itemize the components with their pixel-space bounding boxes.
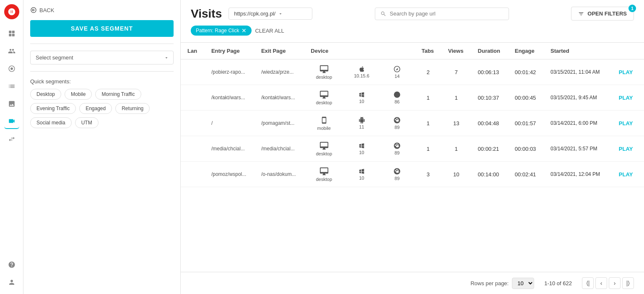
cell-lan-3 [181,136,205,162]
cell-exit-4: /o-nas/dokum... [254,162,304,187]
segment-chip-evening[interactable]: Evening Traffic [30,103,76,114]
table-footer: Rows per page: 10 25 50 1-10 of 622 ⟨| ‹… [181,272,644,294]
segment-chip-morning[interactable]: Morning Traffic [95,89,141,100]
rows-per-page: Rows per page: 10 25 50 [470,278,534,289]
search-icon [380,10,387,17]
cell-play-0: PLAY [609,59,644,85]
nav-question[interactable] [4,257,19,272]
filter-tag-close[interactable]: ✕ [242,27,247,34]
cell-started-2: 03/14/2021, 6:00 PM [544,111,609,136]
cell-browser-1: 86 [379,85,415,111]
header-top: Visits https://cpk.org.pl/ OPEN FILTERS … [191,7,634,21]
cell-browser-4: 89 [379,162,415,187]
back-label: BACK [39,7,54,13]
col-lan: Lan [181,43,205,59]
clear-all-button[interactable]: CLEAR ALL [255,28,284,34]
last-page-button[interactable]: |⟩ [622,277,634,289]
col-started: Started [544,43,609,59]
filter-tag-label: Pattern: Rage Click [196,28,239,34]
rows-per-page-select[interactable]: 10 25 50 [512,278,534,289]
nav-target[interactable] [4,61,19,76]
first-page-button[interactable]: ⟨| [582,277,594,289]
table-row: /media/chcial... /media/chcial... deskto… [181,136,644,162]
nav-image[interactable] [4,96,19,111]
nav-users[interactable] [4,44,19,59]
segment-chip-mobile[interactable]: Mobile [65,89,92,100]
cell-tabs-2: 1 [415,111,441,136]
play-button-0[interactable]: PLAY [615,67,636,77]
col-engage: Engage [508,43,544,59]
svg-rect-2 [12,31,14,33]
play-button-3[interactable]: PLAY [615,144,636,154]
nav-chart[interactable] [4,79,19,94]
prev-page-button[interactable]: ‹ [595,277,607,289]
col-entry: Entry Page [205,43,254,59]
page-title: Visits [191,7,222,21]
cell-os-4: 10 [344,162,379,187]
play-button-1[interactable]: PLAY [615,93,636,103]
cell-os-1: 10 [344,85,379,111]
col-play [609,43,644,59]
open-filters-label: OPEN FILTERS [587,10,627,17]
cell-duration-3: 00:00:21 [471,136,508,162]
segment-select[interactable]: Select segment [30,51,174,64]
cell-duration-2: 00:04:48 [471,111,508,136]
col-exit: Exit Page [254,43,304,59]
col-duration: Duration [471,43,508,59]
cell-exit-0: /wiedza/prze... [254,59,304,85]
filter-icon [578,11,584,17]
url-value: https://cpk.org.pl/ [234,10,275,17]
segment-chip-utm[interactable]: UTM [75,117,99,128]
cell-lan-4 [181,162,205,187]
cell-duration-1: 00:10:37 [471,85,508,111]
play-button-4[interactable]: PLAY [615,170,636,179]
nav-video[interactable] [4,114,19,129]
back-button[interactable]: BACK [30,7,174,13]
header-left: Visits https://cpk.org.pl/ [191,7,312,21]
sidebar: BACK SAVE AS SEGMENT Select segment Quic… [23,0,181,294]
main-content: Visits https://cpk.org.pl/ OPEN FILTERS … [181,0,644,294]
svg-rect-4 [12,34,14,36]
svg-rect-3 [9,34,11,36]
table-row: / /pomagam/st... mobile 11 89 [181,111,644,136]
app-logo[interactable] [4,4,19,19]
cell-views-2: 13 [441,111,471,136]
cell-os-3: 10 [344,136,379,162]
segments-grid: Desktop Mobile Morning Traffic Evening T… [30,89,174,128]
visits-table-container: Lan Entry Page Exit Page Device Tabs Vie… [181,43,644,272]
search-input[interactable] [390,10,504,17]
play-button-2[interactable]: PLAY [615,119,636,128]
cell-engage-1: 00:00:45 [508,85,544,111]
segment-chip-desktop[interactable]: Desktop [30,89,61,100]
search-bar [375,8,509,20]
pagination-info: 1-10 of 622 [544,280,572,286]
nav-swap[interactable] [4,132,19,147]
cell-entry-1: /kontakt/wars... [205,85,254,111]
next-page-button[interactable]: › [609,277,621,289]
cell-os-0: 10.15.6 [344,59,379,85]
cell-tabs-1: 1 [415,85,441,111]
icon-bar [0,0,23,294]
save-segment-button[interactable]: SAVE AS SEGMENT [30,20,174,37]
cell-views-1: 1 [441,85,471,111]
cell-entry-3: /media/chcial... [205,136,254,162]
open-filters-button[interactable]: OPEN FILTERS 1 [571,7,634,21]
svg-rect-1 [9,31,11,33]
main-header: Visits https://cpk.org.pl/ OPEN FILTERS … [181,0,644,43]
cell-play-1: PLAY [609,85,644,111]
cell-started-4: 03/14/2021, 12:04 PM [544,162,609,187]
segment-chip-engaged[interactable]: Engaged [79,103,112,114]
cell-device-2: mobile [304,111,344,136]
nav-user-profile[interactable] [4,275,19,290]
url-dropdown[interactable]: https://cpk.org.pl/ [229,8,312,20]
cell-engage-0: 00:01:42 [508,59,544,85]
segment-chip-social[interactable]: Social media [30,117,72,128]
segment-chip-returning[interactable]: Returning [115,103,150,114]
nav-dashboard[interactable] [4,26,19,41]
cell-tabs-0: 2 [415,59,441,85]
rows-per-page-label: Rows per page: [470,280,509,286]
cell-device-1: desktop [304,85,344,111]
cell-started-3: 03/14/2021, 5:57 PM [544,136,609,162]
cell-tabs-3: 1 [415,136,441,162]
table-row: /kontakt/wars... /kontakt/wars... deskto… [181,85,644,111]
